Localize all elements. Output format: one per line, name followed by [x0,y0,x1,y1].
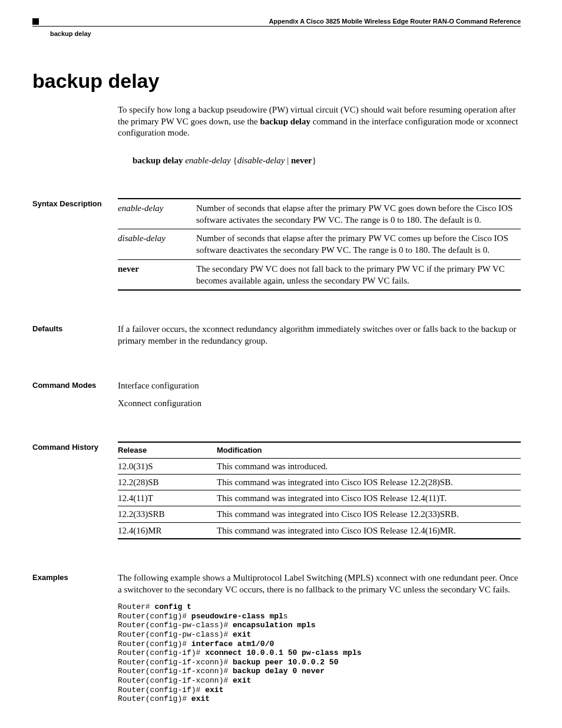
syntax-brace-close: } [312,156,316,165]
section-command-modes: Command Modes Interface configuration Xc… [32,380,521,410]
section-defaults: Defaults If a failover occurs, the xconn… [32,323,521,347]
code-line: Router(config-pw-class)# encapsulation m… [118,621,315,630]
examples-intro-text: The following example shows a Multiproto… [118,572,521,596]
mode-line-2: Xconnect configuration [118,397,521,409]
table-header-row: Release Modification [118,442,521,458]
syntax-pipe: | [285,156,291,165]
history-mod: This command was integrated into Cisco I… [217,522,521,539]
table-row: disable-delay Number of seconds that ela… [118,229,521,260]
param-name: disable-delay [118,229,196,260]
syntax-usage-line: backup delay enable-delay {disable-delay… [133,156,521,166]
header-appendix-text: Appendix A Cisco 3825 Mobile Wireless Ed… [269,18,521,25]
section-examples: Examples The following example shows a M… [32,572,521,704]
table-row: enable-delay Number of seconds that elap… [118,199,521,229]
code-line: Router(config-if-xconn)# backup peer 10.… [118,658,338,667]
param-desc: Number of seconds that elapse after the … [196,199,521,229]
table-row: 12.4(11)TThis command was integrated int… [118,490,521,506]
table-row: 12.2(28)SBThis command was integrated in… [118,474,521,490]
intro-cmd-bold: backup delay [260,117,310,126]
code-line: Router(config-pw-class)# exit [118,630,251,639]
page-header: Appendix A Cisco 3825 Mobile Wireless Ed… [32,18,521,27]
code-line: Router(config-if-xconn)# exit [118,676,251,685]
defaults-text: If a failover occurs, the xconnect redun… [118,323,521,347]
section-syntax-description: Syntax Description enable-delay Number o… [32,198,521,291]
page-title: backup delay [32,70,521,93]
header-square-icon [32,18,39,25]
param-name: enable-delay [118,199,196,229]
table-row: never The secondary PW VC does not fall … [118,259,521,290]
section-label-syntax: Syntax Description [32,198,118,291]
table-row: 12.4(16)MRThis command was integrated in… [118,522,521,539]
syntax-description-table: enable-delay Number of seconds that elap… [118,198,521,291]
history-header-release: Release [118,442,217,458]
history-header-modification: Modification [217,442,521,458]
syntax-brace-open: { [233,156,237,165]
code-example-block: Router# config t Router(config)# pseudow… [118,602,521,704]
table-row: 12.2(33)SRBThis command was integrated i… [118,506,521,522]
intro-paragraph: To specify how long a backup pseudowire … [118,104,521,139]
history-release: 12.2(33)SRB [118,506,217,522]
table-row: 12.0(31)SThis command was introduced. [118,458,521,474]
history-release: 12.4(11)T [118,490,217,506]
param-desc: The secondary PW VC does not fall back t… [196,259,521,290]
history-release: 12.0(31)S [118,458,217,474]
history-mod: This command was introduced. [217,458,521,474]
history-release: 12.2(28)SB [118,474,217,490]
syntax-never: never [291,156,312,165]
code-line: Router(config-if-xconn)# backup delay 0 … [118,667,325,676]
code-line: Router(config-if)# exit [118,686,223,694]
section-label-modes: Command Modes [32,380,118,410]
code-line: Router(config-if)# xconnect 10.0.0.1 50 … [118,648,361,657]
code-line: Router# config t [118,602,191,611]
history-mod: This command was integrated into Cisco I… [217,490,521,506]
code-line: Router(config)# exit [118,694,210,703]
section-label-examples: Examples [32,572,118,704]
code-line: Router(config)# pseudowire-class mpls [118,612,288,621]
syntax-arg1: enable-delay [185,156,230,165]
history-release: 12.4(16)MR [118,522,217,539]
syntax-arg2: disable-delay [237,156,285,165]
header-breadcrumb: backup delay [50,30,521,37]
mode-line-1: Interface configuration [118,380,521,391]
section-command-history: Command History Release Modification 12.… [32,442,521,539]
section-label-defaults: Defaults [32,323,118,347]
code-line: Router(config)# interface atm1/0/0 [118,640,274,648]
section-label-history: Command History [32,442,118,539]
syntax-cmd: backup delay [133,156,183,165]
command-history-table: Release Modification 12.0(31)SThis comma… [118,442,521,539]
param-name: never [118,259,196,290]
history-mod: This command was integrated into Cisco I… [217,474,521,490]
param-desc: Number of seconds that elapse after the … [196,229,521,260]
history-mod: This command was integrated into Cisco I… [217,506,521,522]
